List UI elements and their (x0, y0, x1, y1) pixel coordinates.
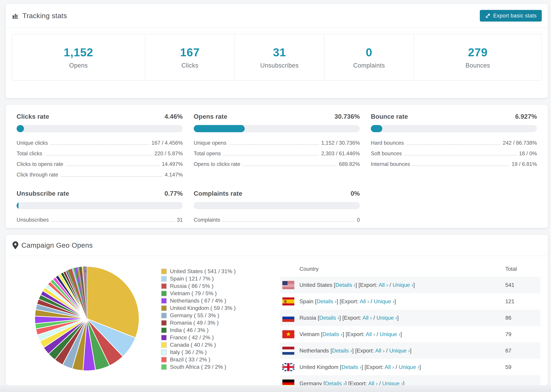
legend-label: Brazil ( 33 / 2% ) (170, 357, 211, 363)
total-cell: 86 (505, 315, 540, 321)
rate-detail-row: Clicks to opens rate14.497% (17, 159, 183, 169)
bracket: ] (419, 364, 421, 370)
bracket: ] (397, 315, 399, 321)
stat-value: 31 (273, 46, 286, 59)
stat-label: Opens (69, 62, 88, 69)
legend-swatch (161, 276, 167, 282)
bracket: [ (315, 298, 317, 304)
stat-label: Bounces (466, 62, 490, 69)
page-background-strip (0, 385, 551, 392)
legend-label: United Kingdom ( 59 / 3% ) (170, 305, 236, 311)
dotted-leader (404, 155, 517, 155)
dotted-leader (406, 144, 500, 145)
rate-panel-head: Bounce rate6.927% (371, 113, 537, 120)
legend-item: United Kingdom ( 59 / 3% ) (161, 304, 236, 312)
slash: / (388, 282, 393, 288)
details-link[interactable]: Details › (317, 298, 337, 304)
rate-detail-row: Unique clicks167 / 4.456% (17, 138, 183, 148)
export-all-link[interactable]: All › (379, 282, 388, 288)
rate-detail-row: Total opens2,303 / 61.446% (194, 148, 360, 159)
legend-swatch (161, 283, 167, 289)
progress-fill (17, 125, 24, 132)
legend-item: Vietnam ( 79 / 5% ) (161, 290, 236, 297)
export-unique-link[interactable]: Unique › (376, 315, 397, 321)
export-all-link[interactable]: All › (360, 298, 369, 304)
rate-panel-head: Clicks rate4.46% (17, 113, 183, 120)
rate-detail-rows: Hard bounces242 / 86.738%Soft bounces18 … (371, 138, 537, 169)
legend-label: Vietnam ( 79 / 5% ) (170, 290, 217, 297)
legend-swatch (161, 305, 167, 311)
total-cell: 121 (505, 298, 540, 305)
bar-chart-icon (12, 12, 19, 19)
legend-swatch (161, 313, 167, 318)
pie-chart-svg (30, 262, 143, 375)
export-basic-stats-button[interactable]: Export basic stats (480, 10, 542, 21)
bracket: ] (410, 348, 411, 354)
bracket: [ (330, 348, 332, 354)
export-unique-link[interactable]: Unique › (389, 348, 410, 354)
legend-swatch (161, 342, 167, 348)
export-all-link[interactable]: All › (366, 331, 375, 337)
export-all-link[interactable]: All › (385, 364, 394, 370)
rate-row-value: 167 / 4.456% (151, 140, 183, 146)
stat-value: 0 (366, 46, 372, 59)
table-row-nl: Netherlands [Details ›] [Export: All › /… (280, 343, 540, 359)
legend-swatch (161, 268, 167, 274)
rate-row-label: Opens to clicks rate (194, 161, 240, 167)
legend-label: South Africa ( 29 / 2% ) (170, 364, 226, 370)
rate-detail-row: Internal bounces19 / 6.81% (371, 159, 537, 169)
rate-title: Complaints rate (194, 190, 242, 197)
stat-card-bounces: 279Bounces (414, 34, 542, 80)
rate-value: 30.736% (335, 113, 360, 120)
export-unique-link[interactable]: Unique › (393, 282, 413, 288)
details-link[interactable]: Details › (335, 282, 355, 288)
bracket: [ (321, 331, 323, 337)
export-all-link[interactable]: All › (362, 315, 372, 321)
dotted-leader (61, 176, 162, 177)
total-cell: 79 (505, 331, 540, 337)
stat-card-opens: 1,152Opens (12, 34, 145, 80)
export-unique-link[interactable]: Unique › (382, 380, 403, 385)
details-link[interactable]: Details › (323, 331, 343, 337)
slash: / (375, 331, 380, 337)
dotted-leader (229, 144, 319, 145)
legend-item: United States ( 541 / 31% ) (161, 268, 236, 275)
rate-row-value: 4.147% (165, 172, 183, 178)
rate-row-value: 0 (357, 217, 360, 223)
geo-title-text: Campaign Geo Opens (21, 241, 93, 249)
details-link[interactable]: Details › (341, 364, 361, 370)
progress-track (371, 125, 537, 132)
details-link[interactable]: Details › (319, 315, 339, 321)
details-link[interactable]: Details › (332, 348, 352, 354)
legend-label: Netherlands ( 67 / 4% ) (170, 298, 226, 304)
map-marker-icon (13, 241, 18, 249)
flag-de-icon (282, 379, 294, 385)
progress-track (17, 125, 183, 132)
rate-value: 0.77% (165, 190, 183, 197)
export-unique-link[interactable]: Unique › (380, 331, 400, 337)
rates-grid: Clicks rate4.46%Unique clicks167 / 4.456… (17, 113, 537, 225)
legend-item: Russia ( 86 / 5% ) (161, 282, 236, 290)
legend-item: France ( 42 / 2% ) (161, 334, 236, 341)
legend-swatch (161, 327, 167, 333)
legend-label: India ( 46 / 3% ) (170, 327, 209, 333)
legend-item: Canada ( 40 / 2% ) (161, 341, 236, 349)
rate-detail-row: Hard bounces242 / 86.738% (371, 138, 537, 148)
slash: / (372, 315, 376, 321)
legend-item: Romania ( 49 / 3% ) (161, 319, 236, 327)
legend-label: Romania ( 49 / 3% ) (170, 320, 219, 326)
export-all-link[interactable]: All › (368, 380, 378, 385)
country-name: Germany (299, 380, 323, 385)
progress-fill (371, 125, 382, 132)
export-unique-link[interactable]: Unique › (399, 364, 419, 370)
bracket: [ (318, 315, 319, 321)
export-all-link[interactable]: All › (375, 348, 385, 354)
country-cell: Russia [Details ›] [Export: All › / Uniq… (299, 315, 505, 321)
details-link[interactable]: Details › (325, 380, 345, 385)
export-unique-link[interactable]: Unique › (374, 298, 395, 304)
legend-item: South Africa ( 29 / 2% ) (161, 363, 236, 371)
column-header-total: Total (505, 266, 540, 272)
bracket: ] [Export: (343, 331, 366, 337)
table-row-gb: United Kingdom [Details ›] [Export: All … (280, 359, 540, 375)
rate-row-label: Hard bounces (371, 140, 404, 146)
